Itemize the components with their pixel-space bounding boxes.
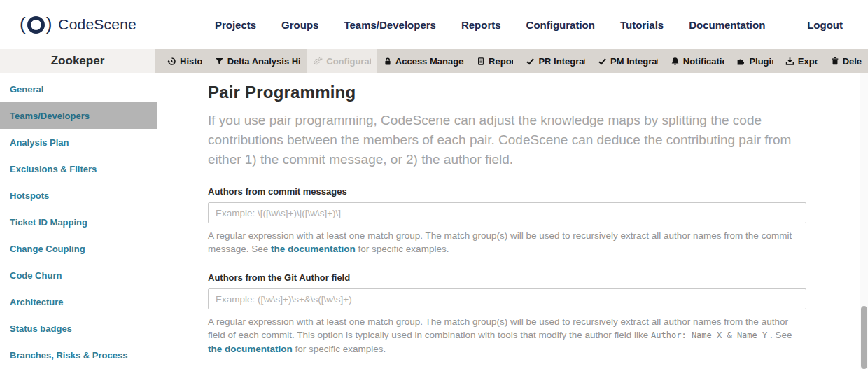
check-icon	[598, 57, 607, 66]
gears-icon	[313, 57, 323, 66]
tab-configuration[interactable]: Configuration	[307, 49, 377, 73]
documentation-link[interactable]: the documentation	[208, 344, 293, 354]
sidebar-item-teams-developers[interactable]: Teams/Developers	[0, 102, 158, 129]
bell-icon	[671, 57, 680, 66]
tab-delta-analysis-history[interactable]: Delta Analysis History	[209, 49, 307, 73]
nav-item-logout[interactable]: Logout	[807, 19, 843, 31]
git-author-field-group: Authors from the Git Author field A regu…	[208, 272, 806, 356]
codescene-logo[interactable]: ( ) CodeScene	[20, 15, 136, 34]
nav-item-groups[interactable]: Groups	[281, 19, 318, 31]
git-author-field-help: A regular expression with at least one m…	[208, 315, 806, 356]
tab-label: History	[180, 56, 202, 67]
settings-sidebar: General Teams/Developers Analysis Plan E…	[0, 73, 158, 369]
tab-plugins[interactable]: Plugins	[730, 49, 778, 73]
project-tabs: History Delta Analysis History Configura…	[155, 49, 868, 73]
document-icon	[477, 57, 485, 66]
lock-icon	[384, 57, 392, 66]
sidebar-item-analysis-plan[interactable]: Analysis Plan	[0, 129, 158, 155]
commit-messages-field-group: Authors from commit messages A regular e…	[208, 186, 806, 256]
sidebar-item-exclusions-filters[interactable]: Exclusions & Filters	[0, 155, 158, 182]
tab-delete[interactable]: Delete	[825, 49, 868, 73]
nav-item-reports[interactable]: Reports	[461, 19, 501, 31]
app-root: ( ) CodeScene Projects Groups Teams/Deve…	[0, 0, 868, 369]
project-title-cell: Zookeper	[0, 49, 155, 73]
brand-name: CodeScene	[58, 16, 136, 33]
nav-item-teams-developers[interactable]: Teams/Developers	[344, 19, 435, 31]
tab-pr-integration[interactable]: PR Integration	[519, 49, 592, 73]
tab-label: Delete	[843, 56, 862, 67]
nav-item-projects[interactable]: Projects	[215, 19, 256, 31]
download-icon	[785, 57, 794, 66]
vertical-scrollbar-track[interactable]	[860, 73, 868, 369]
tab-export[interactable]: Export	[779, 49, 825, 73]
documentation-link[interactable]: the documentation	[271, 244, 356, 254]
authors-from-git-author-field-input[interactable]	[208, 288, 806, 309]
help-text-part: for specific examples.	[295, 344, 386, 354]
tab-label: Access Management	[396, 56, 464, 67]
sidebar-item-branches-risks-process[interactable]: Branches, Risks & Process	[0, 342, 158, 368]
nav-item-configuration[interactable]: Configuration	[526, 19, 595, 31]
git-author-field-label: Authors from the Git Author field	[208, 272, 806, 283]
page-description: If you use pair programming, CodeScene c…	[208, 111, 806, 169]
tab-reports[interactable]: Reports	[470, 49, 519, 73]
commit-messages-label: Authors from commit messages	[208, 186, 806, 197]
tab-label: PR Integration	[538, 56, 585, 67]
tab-label: Reports	[489, 56, 513, 67]
sidebar-item-ticket-id-mapping[interactable]: Ticket ID Mapping	[0, 209, 158, 235]
tab-history[interactable]: History	[161, 49, 209, 73]
sidebar-item-status-badges[interactable]: Status badges	[0, 315, 158, 342]
help-text-part: for specific examples.	[358, 244, 449, 254]
nav-item-tutorials[interactable]: Tutorials	[620, 19, 664, 31]
nav-item-documentation[interactable]: Documentation	[689, 19, 765, 31]
top-navigation: ( ) CodeScene Projects Groups Teams/Deve…	[0, 0, 868, 49]
sidebar-item-change-coupling[interactable]: Change Coupling	[0, 235, 158, 262]
page-title: Pair Programming	[208, 83, 806, 102]
logo-left-arc-icon: (	[20, 15, 26, 33]
filter-icon	[215, 57, 224, 66]
vertical-scrollbar-thumb[interactable]	[861, 306, 867, 369]
sidebar-item-general[interactable]: General	[0, 76, 158, 102]
check-icon	[526, 57, 535, 66]
tab-label: Notifications	[683, 56, 724, 67]
tab-pm-integration[interactable]: PM Integration	[592, 49, 664, 73]
help-text-part: . See	[770, 330, 792, 340]
history-icon	[167, 57, 176, 66]
sidebar-item-architecture[interactable]: Architecture	[0, 288, 158, 315]
content-area: General Teams/Developers Analysis Plan E…	[0, 73, 868, 369]
tab-label: Configuration	[326, 56, 371, 67]
project-title: Zookeper	[51, 54, 105, 68]
commit-messages-help: A regular expression with at least one m…	[208, 229, 806, 256]
project-tab-bar: Zookeper History Delta Analysis History …	[0, 49, 868, 73]
tab-notifications[interactable]: Notifications	[664, 49, 731, 73]
tab-label: Export	[798, 56, 818, 67]
logo-ring-icon	[27, 16, 45, 34]
puzzle-icon	[736, 57, 746, 66]
tab-label: Plugins	[749, 56, 772, 67]
author-field-code-example: Author: Name X & Name Y	[651, 330, 767, 340]
tab-label: Delta Analysis History	[227, 56, 301, 67]
authors-from-commit-messages-input[interactable]	[208, 202, 806, 223]
tab-access-management[interactable]: Access Management	[377, 49, 470, 73]
sidebar-item-code-churn[interactable]: Code Churn	[0, 262, 158, 288]
top-nav-items: Projects Groups Teams/Developers Reports…	[215, 19, 868, 31]
tab-label: PM Integration	[610, 56, 658, 67]
sidebar-item-hotspots[interactable]: Hotspots	[0, 182, 158, 209]
trash-icon	[831, 57, 839, 66]
logo-right-arc-icon: )	[46, 15, 52, 33]
main-panel: Pair Programming If you use pair program…	[158, 73, 868, 369]
